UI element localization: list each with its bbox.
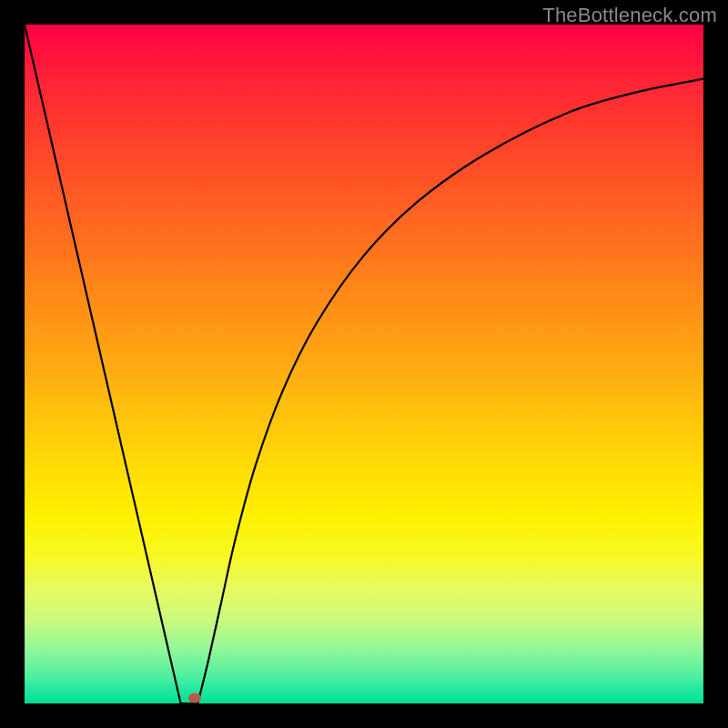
watermark-text: TheBottleneck.com — [542, 4, 717, 27]
optimal-point-marker — [188, 693, 201, 703]
chart-frame: TheBottleneck.com — [0, 0, 728, 728]
bottleneck-curve — [25, 25, 703, 703]
plot-area — [25, 25, 703, 703]
